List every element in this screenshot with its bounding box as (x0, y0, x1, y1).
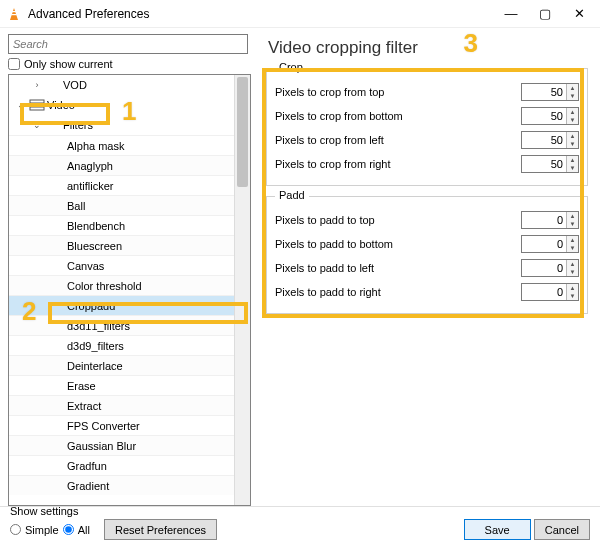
content-area: Only show current ›VOD⌄Video⌄FiltersAlph… (0, 28, 600, 506)
spin-down-icon[interactable]: ▼ (567, 244, 578, 252)
tree-item-blendbench[interactable]: Blendbench (9, 215, 250, 235)
only-show-current-checkbox[interactable] (8, 58, 20, 70)
save-button[interactable]: Save (464, 519, 531, 540)
tree-node-label: Video (47, 99, 75, 111)
padd-group: PaddPixels to padd to top0▲▼Pixels to pa… (266, 196, 588, 314)
tree-item-canvas[interactable]: Canvas (9, 255, 250, 275)
show-settings-simple-radio[interactable] (10, 524, 21, 535)
padd-legend: Padd (275, 189, 309, 201)
blank-icon (45, 118, 61, 132)
show-settings-all-radio[interactable] (63, 524, 74, 535)
tree-item-fps-converter[interactable]: FPS Converter (9, 415, 250, 435)
tree-item-erase[interactable]: Erase (9, 375, 250, 395)
tree-item-d3d9-filters[interactable]: d3d9_filters (9, 335, 250, 355)
svg-rect-2 (11, 14, 16, 15)
reset-preferences-button[interactable]: Reset Preferences (104, 519, 217, 540)
padd-spinbox-1[interactable]: 0▲▼ (521, 235, 579, 253)
spin-value: 50 (522, 86, 566, 98)
tree-item-croppadd[interactable]: Croppadd (9, 295, 250, 315)
padd-label-1: Pixels to padd to bottom (275, 238, 521, 250)
spin-down-icon[interactable]: ▼ (567, 220, 578, 228)
spin-value: 0 (522, 238, 566, 250)
padd-label-3: Pixels to padd to right (275, 286, 521, 298)
show-settings-label: Show settings (10, 505, 217, 517)
padd-spinbox-0[interactable]: 0▲▼ (521, 211, 579, 229)
window-buttons: — ▢ ✕ (494, 2, 596, 26)
show-settings-all-label: All (78, 524, 90, 536)
spin-down-icon[interactable]: ▼ (567, 140, 578, 148)
spin-value: 50 (522, 110, 566, 122)
tree-item-extract[interactable]: Extract (9, 395, 250, 415)
page-title: Video cropping filter (268, 38, 588, 58)
tree-node-filters[interactable]: ⌄Filters (9, 115, 250, 135)
crop-spinbox-0[interactable]: 50▲▼ (521, 83, 579, 101)
padd-label-0: Pixels to padd to top (275, 214, 521, 226)
tree-node-video[interactable]: ⌄Video (9, 95, 250, 115)
crop-label-0: Pixels to crop from top (275, 86, 521, 98)
spin-value: 0 (522, 262, 566, 274)
search-input[interactable] (8, 34, 248, 54)
tree-item-ball[interactable]: Ball (9, 195, 250, 215)
tree-node-label: VOD (63, 79, 87, 91)
spin-up-icon[interactable]: ▲ (567, 212, 578, 220)
crop-label-3: Pixels to crop from right (275, 158, 521, 170)
tree-item-d3d11-filters[interactable]: d3d11_filters (9, 315, 250, 335)
vlc-cone-icon (6, 6, 22, 22)
spin-value: 50 (522, 134, 566, 146)
tree-item-alpha-mask[interactable]: Alpha mask (9, 135, 250, 155)
svg-rect-3 (30, 100, 44, 110)
spin-up-icon[interactable]: ▲ (567, 84, 578, 92)
only-show-current-row[interactable]: Only show current (8, 58, 254, 70)
spin-up-icon[interactable]: ▲ (567, 156, 578, 164)
spin-up-icon[interactable]: ▲ (567, 108, 578, 116)
show-settings-group: Show settings Simple All Reset Preferenc… (10, 505, 217, 540)
tree-item-gradient[interactable]: Gradient (9, 475, 250, 495)
video-icon (29, 98, 45, 112)
crop-spinbox-1[interactable]: 50▲▼ (521, 107, 579, 125)
expand-arrow-icon: › (31, 80, 43, 90)
crop-spinbox-3[interactable]: 50▲▼ (521, 155, 579, 173)
spin-up-icon[interactable]: ▲ (567, 284, 578, 292)
crop-row-0: Pixels to crop from top50▲▼ (275, 81, 579, 103)
spin-value: 0 (522, 286, 566, 298)
crop-legend: Crop (275, 61, 307, 73)
spin-up-icon[interactable]: ▲ (567, 260, 578, 268)
crop-label-2: Pixels to crop from left (275, 134, 521, 146)
tree-item-gaussian-blur[interactable]: Gaussian Blur (9, 435, 250, 455)
scrollbar-thumb[interactable] (237, 77, 248, 187)
cancel-button[interactable]: Cancel (534, 519, 590, 540)
spin-down-icon[interactable]: ▼ (567, 164, 578, 172)
titlebar: Advanced Preferences — ▢ ✕ (0, 0, 600, 28)
spin-down-icon[interactable]: ▼ (567, 92, 578, 100)
crop-group: CropPixels to crop from top50▲▼Pixels to… (266, 68, 588, 186)
tree-item-anaglyph[interactable]: Anaglyph (9, 155, 250, 175)
close-button[interactable]: ✕ (562, 2, 596, 26)
crop-spinbox-2[interactable]: 50▲▼ (521, 131, 579, 149)
spin-up-icon[interactable]: ▲ (567, 236, 578, 244)
tree-scrollbar[interactable] (234, 75, 250, 505)
expand-arrow-icon: ⌄ (31, 120, 43, 130)
padd-row-2: Pixels to padd to left0▲▼ (275, 257, 579, 279)
minimize-button[interactable]: — (494, 2, 528, 26)
blank-icon (45, 78, 61, 92)
tree-node-vod[interactable]: ›VOD (9, 75, 250, 95)
svg-rect-1 (12, 11, 16, 12)
padd-spinbox-2[interactable]: 0▲▼ (521, 259, 579, 277)
preferences-tree: ›VOD⌄Video⌄FiltersAlpha maskAnaglyphanti… (8, 74, 251, 506)
padd-spinbox-3[interactable]: 0▲▼ (521, 283, 579, 301)
spin-up-icon[interactable]: ▲ (567, 132, 578, 140)
tree-item-bluescreen[interactable]: Bluescreen (9, 235, 250, 255)
padd-label-2: Pixels to padd to left (275, 262, 521, 274)
crop-row-1: Pixels to crop from bottom50▲▼ (275, 105, 579, 127)
spin-value: 0 (522, 214, 566, 226)
tree-item-color-threshold[interactable]: Color threshold (9, 275, 250, 295)
maximize-button[interactable]: ▢ (528, 2, 562, 26)
spin-down-icon[interactable]: ▼ (567, 116, 578, 124)
tree-item-deinterlace[interactable]: Deinterlace (9, 355, 250, 375)
padd-row-1: Pixels to padd to bottom0▲▼ (275, 233, 579, 255)
spin-down-icon[interactable]: ▼ (567, 292, 578, 300)
only-show-current-label: Only show current (24, 58, 113, 70)
tree-item-gradfun[interactable]: Gradfun (9, 455, 250, 475)
spin-down-icon[interactable]: ▼ (567, 268, 578, 276)
tree-item-antiflicker[interactable]: antiflicker (9, 175, 250, 195)
